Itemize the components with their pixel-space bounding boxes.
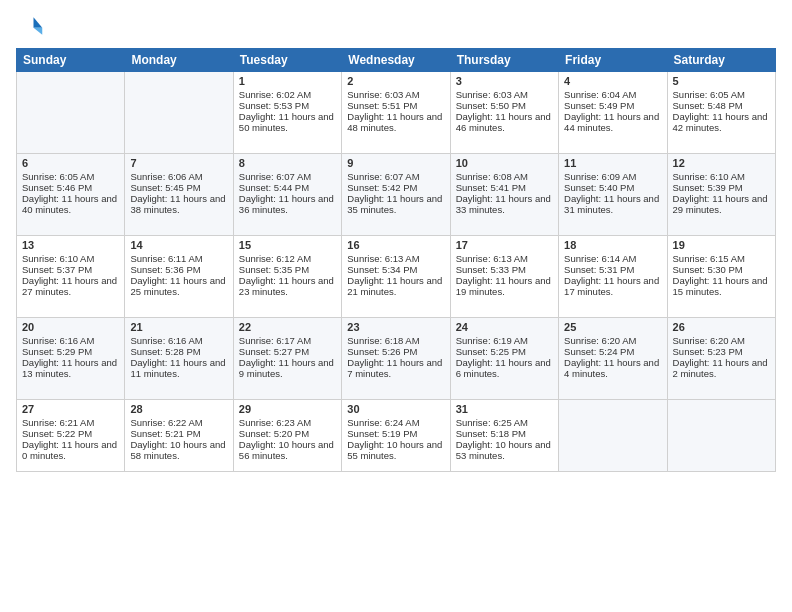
daylight-text: Daylight: 10 hours and 58 minutes. <box>130 439 227 461</box>
sunset-text: Sunset: 5:45 PM <box>130 182 227 193</box>
daylight-text: Daylight: 11 hours and 36 minutes. <box>239 193 336 215</box>
day-number: 22 <box>239 321 336 333</box>
sunset-text: Sunset: 5:18 PM <box>456 428 553 439</box>
calendar-cell: 1Sunrise: 6:02 AMSunset: 5:53 PMDaylight… <box>233 72 341 154</box>
day-number: 31 <box>456 403 553 415</box>
calendar-cell: 24Sunrise: 6:19 AMSunset: 5:25 PMDayligh… <box>450 318 558 400</box>
daylight-text: Daylight: 11 hours and 33 minutes. <box>456 193 553 215</box>
sunrise-text: Sunrise: 6:11 AM <box>130 253 227 264</box>
calendar-cell: 3Sunrise: 6:03 AMSunset: 5:50 PMDaylight… <box>450 72 558 154</box>
calendar-cell: 4Sunrise: 6:04 AMSunset: 5:49 PMDaylight… <box>559 72 667 154</box>
sunrise-text: Sunrise: 6:09 AM <box>564 171 661 182</box>
calendar-cell: 13Sunrise: 6:10 AMSunset: 5:37 PMDayligh… <box>17 236 125 318</box>
sunrise-text: Sunrise: 6:12 AM <box>239 253 336 264</box>
col-saturday: Saturday <box>667 49 775 72</box>
calendar-cell: 6Sunrise: 6:05 AMSunset: 5:46 PMDaylight… <box>17 154 125 236</box>
sunset-text: Sunset: 5:40 PM <box>564 182 661 193</box>
sunrise-text: Sunrise: 6:05 AM <box>673 89 770 100</box>
sunset-text: Sunset: 5:53 PM <box>239 100 336 111</box>
sunset-text: Sunset: 5:20 PM <box>239 428 336 439</box>
col-friday: Friday <box>559 49 667 72</box>
sunset-text: Sunset: 5:21 PM <box>130 428 227 439</box>
day-number: 25 <box>564 321 661 333</box>
daylight-text: Daylight: 11 hours and 0 minutes. <box>22 439 119 461</box>
day-number: 26 <box>673 321 770 333</box>
day-number: 29 <box>239 403 336 415</box>
sunrise-text: Sunrise: 6:10 AM <box>673 171 770 182</box>
sunset-text: Sunset: 5:42 PM <box>347 182 444 193</box>
sunset-text: Sunset: 5:25 PM <box>456 346 553 357</box>
calendar-table: Sunday Monday Tuesday Wednesday Thursday… <box>16 48 776 472</box>
logo-icon <box>16 12 44 40</box>
daylight-text: Daylight: 11 hours and 7 minutes. <box>347 357 444 379</box>
daylight-text: Daylight: 11 hours and 4 minutes. <box>564 357 661 379</box>
sunset-text: Sunset: 5:30 PM <box>673 264 770 275</box>
sunset-text: Sunset: 5:50 PM <box>456 100 553 111</box>
day-number: 23 <box>347 321 444 333</box>
sunrise-text: Sunrise: 6:22 AM <box>130 417 227 428</box>
calendar-cell: 7Sunrise: 6:06 AMSunset: 5:45 PMDaylight… <box>125 154 233 236</box>
svg-marker-0 <box>34 17 43 28</box>
calendar-cell: 23Sunrise: 6:18 AMSunset: 5:26 PMDayligh… <box>342 318 450 400</box>
day-number: 12 <box>673 157 770 169</box>
col-monday: Monday <box>125 49 233 72</box>
sunrise-text: Sunrise: 6:19 AM <box>456 335 553 346</box>
calendar-cell: 18Sunrise: 6:14 AMSunset: 5:31 PMDayligh… <box>559 236 667 318</box>
day-number: 4 <box>564 75 661 87</box>
sunset-text: Sunset: 5:51 PM <box>347 100 444 111</box>
daylight-text: Daylight: 11 hours and 21 minutes. <box>347 275 444 297</box>
daylight-text: Daylight: 11 hours and 44 minutes. <box>564 111 661 133</box>
calendar-cell: 10Sunrise: 6:08 AMSunset: 5:41 PMDayligh… <box>450 154 558 236</box>
daylight-text: Daylight: 11 hours and 11 minutes. <box>130 357 227 379</box>
day-number: 28 <box>130 403 227 415</box>
sunrise-text: Sunrise: 6:13 AM <box>347 253 444 264</box>
sunset-text: Sunset: 5:26 PM <box>347 346 444 357</box>
sunset-text: Sunset: 5:39 PM <box>673 182 770 193</box>
day-number: 24 <box>456 321 553 333</box>
sunset-text: Sunset: 5:34 PM <box>347 264 444 275</box>
sunset-text: Sunset: 5:29 PM <box>22 346 119 357</box>
calendar-cell: 9Sunrise: 6:07 AMSunset: 5:42 PMDaylight… <box>342 154 450 236</box>
calendar-cell: 30Sunrise: 6:24 AMSunset: 5:19 PMDayligh… <box>342 400 450 472</box>
sunrise-text: Sunrise: 6:06 AM <box>130 171 227 182</box>
col-thursday: Thursday <box>450 49 558 72</box>
day-number: 7 <box>130 157 227 169</box>
day-number: 10 <box>456 157 553 169</box>
daylight-text: Daylight: 10 hours and 56 minutes. <box>239 439 336 461</box>
day-number: 1 <box>239 75 336 87</box>
col-tuesday: Tuesday <box>233 49 341 72</box>
day-number: 5 <box>673 75 770 87</box>
sunrise-text: Sunrise: 6:10 AM <box>22 253 119 264</box>
sunset-text: Sunset: 5:37 PM <box>22 264 119 275</box>
daylight-text: Daylight: 11 hours and 9 minutes. <box>239 357 336 379</box>
daylight-text: Daylight: 11 hours and 50 minutes. <box>239 111 336 133</box>
calendar-cell <box>667 400 775 472</box>
calendar-cell: 12Sunrise: 6:10 AMSunset: 5:39 PMDayligh… <box>667 154 775 236</box>
day-number: 9 <box>347 157 444 169</box>
sunrise-text: Sunrise: 6:07 AM <box>239 171 336 182</box>
sunrise-text: Sunrise: 6:03 AM <box>456 89 553 100</box>
daylight-text: Daylight: 10 hours and 55 minutes. <box>347 439 444 461</box>
calendar-cell <box>125 72 233 154</box>
sunrise-text: Sunrise: 6:16 AM <box>130 335 227 346</box>
daylight-text: Daylight: 11 hours and 2 minutes. <box>673 357 770 379</box>
calendar-cell: 25Sunrise: 6:20 AMSunset: 5:24 PMDayligh… <box>559 318 667 400</box>
daylight-text: Daylight: 11 hours and 29 minutes. <box>673 193 770 215</box>
daylight-text: Daylight: 11 hours and 17 minutes. <box>564 275 661 297</box>
day-number: 27 <box>22 403 119 415</box>
daylight-text: Daylight: 11 hours and 48 minutes. <box>347 111 444 133</box>
sunrise-text: Sunrise: 6:20 AM <box>564 335 661 346</box>
sunrise-text: Sunrise: 6:05 AM <box>22 171 119 182</box>
sunset-text: Sunset: 5:46 PM <box>22 182 119 193</box>
sunrise-text: Sunrise: 6:25 AM <box>456 417 553 428</box>
calendar-cell: 8Sunrise: 6:07 AMSunset: 5:44 PMDaylight… <box>233 154 341 236</box>
day-number: 16 <box>347 239 444 251</box>
day-number: 14 <box>130 239 227 251</box>
daylight-text: Daylight: 11 hours and 25 minutes. <box>130 275 227 297</box>
daylight-text: Daylight: 11 hours and 23 minutes. <box>239 275 336 297</box>
day-number: 30 <box>347 403 444 415</box>
sunrise-text: Sunrise: 6:16 AM <box>22 335 119 346</box>
calendar-cell: 22Sunrise: 6:17 AMSunset: 5:27 PMDayligh… <box>233 318 341 400</box>
sunrise-text: Sunrise: 6:04 AM <box>564 89 661 100</box>
calendar-cell: 2Sunrise: 6:03 AMSunset: 5:51 PMDaylight… <box>342 72 450 154</box>
